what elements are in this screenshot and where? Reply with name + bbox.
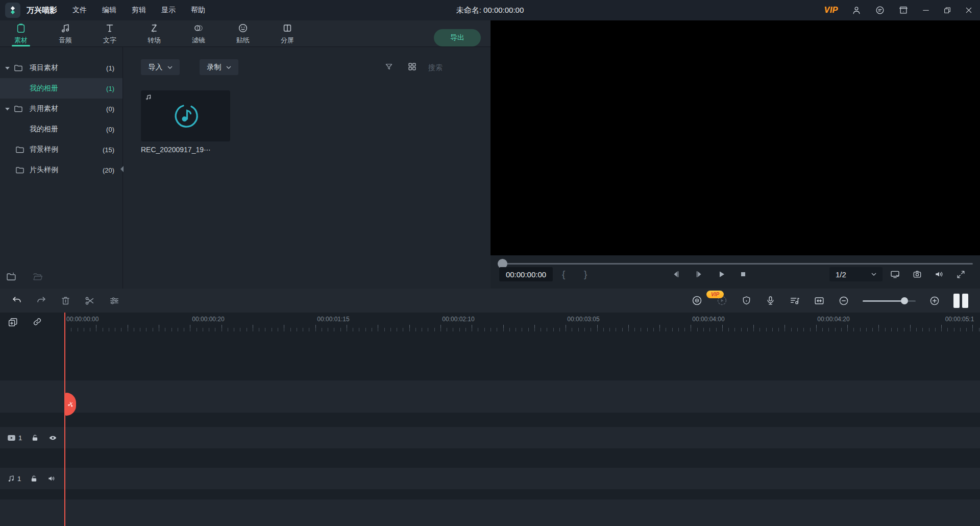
tab-transition[interactable]: 转场 (139, 20, 169, 46)
next-frame-button[interactable] (694, 270, 703, 279)
undo-button[interactable] (11, 295, 22, 306)
tab-text[interactable]: 文字 (95, 20, 125, 46)
timeline-zoom-slider[interactable] (863, 297, 916, 304)
zoom-in-icon[interactable] (929, 295, 940, 306)
tab-splitscreen[interactable]: 分屏 (273, 20, 302, 46)
playhead-line[interactable] (64, 313, 65, 526)
title-bar: 万兴喵影 文件 编辑 剪辑 显示 帮助 未命名: 00:00:00:00 VIP (0, 0, 980, 20)
sidebar-item-background-samples[interactable]: 背景样例 (15) (0, 139, 122, 160)
audio-file-icon (172, 102, 200, 130)
lock-open-icon[interactable] (30, 474, 38, 483)
split-scissors-button[interactable] (84, 295, 95, 306)
zoom-out-icon[interactable] (838, 295, 849, 306)
panel-layout-toggle[interactable] (953, 294, 968, 308)
minimize-button[interactable] (922, 6, 930, 14)
lock-open-icon[interactable] (31, 434, 39, 442)
chevron-down-icon[interactable] (5, 66, 10, 70)
app-name: 万兴喵影 (27, 6, 57, 15)
preview-timecode: 00:00:00:00 (499, 267, 553, 281)
tab-audio[interactable]: 音频 (51, 20, 80, 46)
eye-visibility-icon[interactable] (48, 434, 58, 442)
sidebar-item-shared-media[interactable]: 共用素材 (0) (0, 99, 122, 119)
record-voiceover-mic-icon[interactable] (765, 295, 776, 306)
app-window: 万兴喵影 文件 编辑 剪辑 显示 帮助 未命名: 00:00:00:00 VIP (0, 0, 980, 526)
tab-label: 音频 (59, 36, 72, 45)
secondary-display-icon[interactable] (890, 269, 900, 280)
fit-timeline-icon[interactable] (814, 295, 825, 306)
grid-view-icon[interactable] (407, 62, 417, 71)
folder-icon (14, 105, 23, 113)
folder-count: (1) (106, 85, 114, 92)
record-dropdown[interactable]: 录制 (200, 59, 238, 75)
sidebar-item-intro-samples[interactable]: 片头样例 (20) (0, 160, 122, 180)
previous-frame-button[interactable] (672, 270, 681, 279)
menu-clip[interactable]: 剪辑 (132, 6, 146, 15)
timeline-strip[interactable] (0, 380, 980, 413)
menu-view[interactable]: 显示 (161, 6, 176, 15)
music-note-icon (60, 22, 71, 34)
sidebar-item-my-album-shared[interactable]: 我的相册 (0) (0, 119, 122, 139)
manage-tracks-icon[interactable] (7, 317, 18, 328)
mark-out-button[interactable]: } (584, 267, 587, 281)
export-button[interactable]: 导出 (434, 29, 481, 46)
new-folder-icon[interactable] (6, 272, 16, 281)
folder-label: 我的相册 (30, 84, 58, 93)
preview-zoom-select[interactable]: 1/2 (829, 267, 883, 281)
audio-mixer-icon[interactable] (789, 295, 800, 306)
zoom-level-value: 1/2 (836, 270, 846, 279)
folder-count: (0) (106, 126, 114, 133)
tab-media[interactable]: 素材 (6, 20, 36, 46)
restore-button[interactable] (943, 6, 951, 14)
record-label: 录制 (207, 63, 222, 72)
mark-in-button[interactable]: { (562, 267, 565, 281)
tab-sticker[interactable]: 贴纸 (228, 20, 258, 46)
sidebar-item-my-album-project[interactable]: 我的相册 (1) (0, 78, 122, 99)
store-icon[interactable] (898, 5, 909, 15)
timeline-toolbar: VIP (0, 289, 980, 313)
seek-bar[interactable] (498, 263, 973, 265)
audio-denoise-icon[interactable] (691, 295, 703, 306)
filter-funnel-icon[interactable] (384, 62, 394, 71)
chevron-down-icon[interactable] (5, 107, 10, 111)
search-box (428, 59, 488, 75)
snapshot-camera-icon[interactable] (912, 269, 922, 279)
ruler-minor-ticks[interactable] (65, 328, 980, 331)
slider-knob[interactable] (901, 297, 908, 304)
import-dropdown[interactable]: 导入 (141, 59, 180, 75)
shield-track-lock-icon[interactable] (741, 295, 752, 306)
adjust-sliders-button[interactable] (109, 295, 120, 306)
stop-button[interactable] (739, 270, 747, 278)
ruler-timecode: 00:00:05:1 (945, 316, 974, 323)
menu-edit[interactable]: 编辑 (102, 6, 116, 15)
folder-sidebar: 项目素材 (1) 我的相册 (1) 共用素材 (0) 我的相册 (0) 背景样例… (0, 47, 123, 289)
vip-button[interactable]: VIP (824, 6, 838, 15)
import-label: 导入 (149, 63, 163, 72)
mute-speaker-icon[interactable] (47, 474, 56, 483)
timeline-strip[interactable] (0, 499, 980, 526)
media-grid-panel: 导入 录制 (124, 47, 491, 289)
video-track-lane[interactable] (0, 427, 980, 448)
video-viewport[interactable] (491, 20, 980, 255)
menu-help[interactable]: 帮助 (191, 6, 205, 15)
play-button[interactable] (717, 270, 726, 279)
volume-icon[interactable] (934, 269, 944, 279)
delete-button[interactable] (60, 295, 71, 306)
ruler-timecode: 00:00:02:10 (442, 316, 474, 323)
open-folder-icon[interactable] (33, 272, 43, 281)
media-item-thumbnail[interactable] (141, 90, 230, 141)
close-button[interactable] (965, 6, 973, 14)
audio-track-lane[interactable] (0, 468, 980, 489)
ruler-timecode: 00:00:00:00 (66, 316, 99, 323)
media-panel: 项目素材 (1) 我的相册 (1) 共用素材 (0) 我的相册 (0) 背景样例… (0, 47, 491, 289)
link-clips-icon[interactable] (32, 317, 42, 328)
folder-count: (0) (106, 105, 114, 113)
tab-filter[interactable]: 滤镜 (184, 20, 213, 46)
app-logo-icon (5, 3, 20, 18)
fullscreen-icon[interactable] (956, 270, 966, 279)
folder-label: 我的相册 (30, 125, 58, 134)
menu-file[interactable]: 文件 (72, 6, 87, 15)
redo-button[interactable] (36, 295, 47, 306)
sidebar-item-project-media[interactable]: 项目素材 (1) (0, 58, 122, 78)
feedback-chat-icon[interactable] (875, 5, 885, 15)
account-icon[interactable] (851, 5, 862, 15)
